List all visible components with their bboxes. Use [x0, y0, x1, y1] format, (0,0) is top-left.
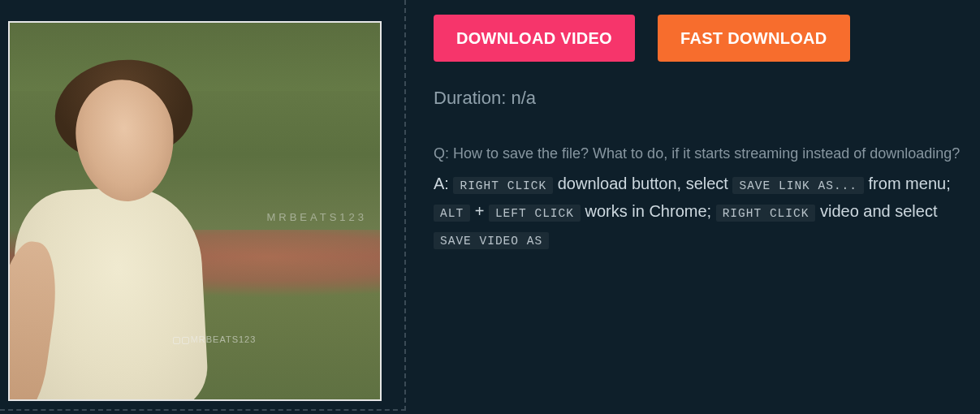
kbd-left-click: LEFT CLICK	[489, 205, 581, 222]
kbd-right-click: RIGHT CLICK	[453, 177, 553, 194]
faq-question: Q: How to save the file? What to do, if …	[434, 143, 972, 165]
faq-answer: A: RIGHT CLICK download button, select S…	[434, 170, 972, 252]
camera-icon	[182, 337, 189, 344]
kbd-save-video-as: SAVE VIDEO AS	[434, 232, 549, 249]
kbd-save-link-as: SAVE LINK AS...	[732, 177, 864, 194]
fast-download-button[interactable]: FAST DOWNLOAD	[658, 15, 850, 62]
duration-label: Duration:	[434, 88, 506, 108]
thumbnail-image: MRBEATS123 MRBEATS123	[10, 23, 380, 399]
watermark-text: MRBEATS123	[266, 211, 367, 223]
download-video-button[interactable]: DOWNLOAD VIDEO	[434, 15, 635, 62]
instagram-icon	[173, 337, 180, 344]
video-thumbnail[interactable]: MRBEATS123 MRBEATS123	[8, 21, 382, 401]
kbd-right-click-2: RIGHT CLICK	[716, 205, 816, 222]
duration-line: Duration: n/a	[434, 88, 972, 109]
answer-prefix: A:	[434, 175, 449, 192]
duration-value: n/a	[511, 88, 536, 108]
thumbnail-panel: MRBEATS123 MRBEATS123	[0, 0, 406, 411]
info-panel: DOWNLOAD VIDEO FAST DOWNLOAD Duration: n…	[406, 0, 980, 411]
kbd-alt: ALT	[434, 205, 470, 222]
watermark-handle: MRBEATS123	[173, 334, 257, 344]
